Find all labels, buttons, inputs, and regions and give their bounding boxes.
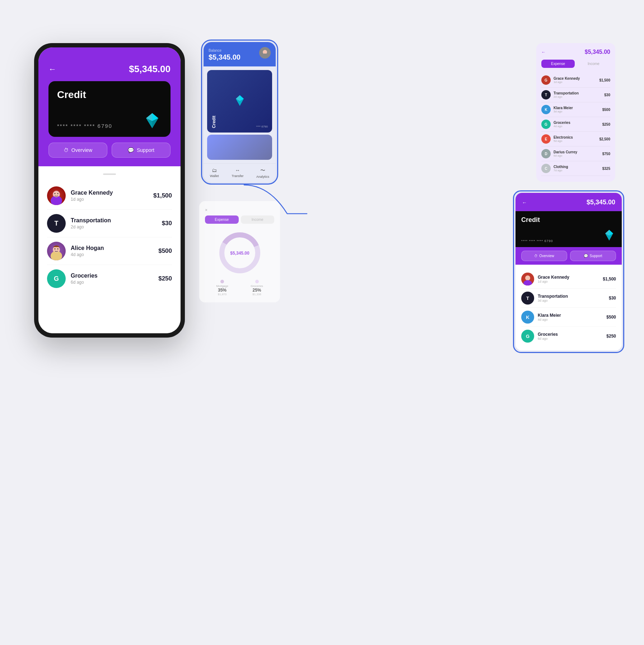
groceries-dot [255,280,259,283]
svg-point-27 [523,280,532,286]
rp-list-item[interactable]: E Electronics5d ago $2,500 [541,132,610,147]
rp-list-item[interactable]: C Clothing7d ago $325 [541,161,610,176]
avatar-transport: T [47,214,66,233]
rp-list-item[interactable]: D Darius Currey6d ago $750 [541,147,610,161]
bmp-btn-income[interactable]: Income [241,215,275,224]
right-panel: ← $5,345.00 Expense Income G Grace Kenne… [536,43,615,182]
rp-date-1: 2d ago [554,95,604,98]
support-label: Support [137,147,154,153]
rp-amount-0: $1,500 [599,78,610,82]
svg-point-9 [57,193,59,194]
rp-avatar-3: G [541,120,551,129]
rp-tab-expense[interactable]: Expense [541,60,575,68]
rp-header: ← $5,345.00 [541,49,610,55]
rp-back-icon: ← [541,50,546,55]
bmp-toggle: Expense Income [205,215,274,224]
transfer-icon: ↔ [235,167,240,173]
zoom-transaction-item[interactable]: T Transportation 3d ago $30 [521,289,616,308]
mid-card-number: **** 6790 [256,125,268,128]
rp-list-item[interactable]: G Grace Kennedy1d ago $1,500 [541,73,610,88]
zoom-tx-name-0: Grace Kennedy [538,275,603,280]
rp-list-item[interactable]: T Transportation2d ago $30 [541,88,610,102]
phone-header: ← $5,345.00 Credit **** **** **** 6790 [38,47,181,166]
zoom-tx-info-1: Transportation 3d ago [538,294,609,302]
rp-list-item[interactable]: K Klara Meier3d ago $500 [541,102,610,117]
transaction-item[interactable]: G Groceries 6d ago $250 [47,265,172,292]
zoom-tx-amount-3: $250 [606,334,616,339]
zoom-tx-name-3: Groceries [538,332,606,337]
transaction-item[interactable]: Alice Hogan 4d ago $500 [47,237,172,265]
zoom-transaction-item[interactable]: Grace Kennedy 1d ago $1,500 [521,270,616,289]
rp-avatar-2: K [541,105,551,114]
rp-date-4: 5d ago [554,139,599,143]
zoom-avatar-1: T [521,292,534,305]
transaction-item[interactable]: Grace Kennedy 1d ago $1,500 [47,182,172,210]
mid-tab-transfer-label: Transfer [232,174,243,178]
overview-button[interactable]: ⏱ Overview [48,143,107,158]
legend-mortgage: Mortgage 35% $1,870 [216,280,228,296]
rp-amount: $5,345.00 [585,49,610,55]
zoom-tx-info-2: Klara Meier 4d ago [538,313,606,321]
mid-card-area: Credit **** 6790 [204,66,276,163]
rp-avatar-0: G [541,75,551,85]
mortgage-amt: $1,870 [216,293,228,296]
rp-amount-5: $750 [602,152,610,156]
tx-amount: $250 [158,275,172,282]
zoom-tx-amount-1: $30 [609,296,616,301]
mid-avatar-small [259,47,271,59]
rp-avatar-6: C [541,164,551,173]
transaction-list: Grace Kennedy 1d ago $1,500 T Transporta… [38,166,181,333]
bottom-mid-panel: × Expense Income $5,345.00 Mortgage 35% … [199,201,280,302]
mid-tab-wallet[interactable]: 🗂 Wallet [210,167,219,178]
transaction-item[interactable]: T Transportation 2d ago $30 [47,210,172,237]
zoom-back-icon[interactable]: ← [522,200,527,205]
zoom-phone-header: ← $5,345.00 [515,193,622,211]
zoom-tx-info-3: Groceries 6d ago [538,332,606,340]
rp-list-item[interactable]: G Groceries4d ago $250 [541,117,610,132]
rp-name-4: Electronics [554,135,599,139]
mid-card-secondary [207,135,272,160]
tx-info: Grace Kennedy 1d ago [71,190,153,202]
tx-name: Grace Kennedy [71,190,153,196]
zoom-overview-button[interactable]: ⏱ Overview [521,251,567,261]
mid-diamond-icon [233,94,247,109]
svg-point-16 [261,54,269,59]
zoom-card-number: **** **** **** 6790 [521,239,553,243]
tx-amount: $500 [158,247,172,255]
rp-tab-income[interactable]: Income [577,60,610,68]
zoom-support-button[interactable]: 💬 Support [570,251,616,261]
rp-name-2: Klara Meier [554,106,602,110]
zoom-chat-icon: 💬 [584,254,588,258]
rp-amount-3: $250 [602,122,610,126]
clock-icon: ⏱ [64,147,69,153]
mid-tab-transfer[interactable]: ↔ Transfer [232,167,243,178]
zoom-tx-info-0: Grace Kennedy 1d ago [538,275,603,283]
zoom-credit-card: Credit **** **** **** 6790 [515,211,622,247]
zoom-tx-date-1: 3d ago [538,299,609,302]
rp-date-2: 3d ago [554,110,602,113]
tx-info: Groceries 6d ago [71,273,158,285]
analytics-icon: 〜 [260,167,265,174]
close-icon[interactable]: × [205,208,274,213]
zoom-transaction-list: Grace Kennedy 1d ago $1,500 T Transporta… [515,265,622,351]
tx-name: Groceries [71,273,158,279]
back-arrow-icon[interactable]: ← [48,65,56,74]
overview-label: Overview [71,147,92,153]
groceries-label: Groceries [251,284,263,288]
svg-point-26 [525,275,530,280]
bmp-btn-expense[interactable]: Expense [205,215,239,224]
mid-tab-analytics[interactable]: 〜 Analytics [256,167,269,178]
mortgage-pct: 35% [216,288,228,293]
rp-avatar-4: E [541,134,551,144]
zoom-tx-name-1: Transportation [538,294,609,299]
svg-point-13 [55,249,56,250]
card-number: **** **** **** 6790 [57,123,112,129]
zoom-transaction-item[interactable]: K Klara Meier 4d ago $500 [521,308,616,327]
donut-chart: $5,345.00 [205,229,274,276]
zoom-tx-amount-0: $1,500 [603,277,616,282]
zoom-transaction-item[interactable]: G Groceries 6d ago $250 [521,327,616,345]
action-buttons: ⏱ Overview 💬 Support [48,143,171,158]
support-button[interactable]: 💬 Support [112,143,171,158]
zoom-tx-name-2: Klara Meier [538,313,606,318]
rp-amount-4: $2,500 [599,137,610,141]
